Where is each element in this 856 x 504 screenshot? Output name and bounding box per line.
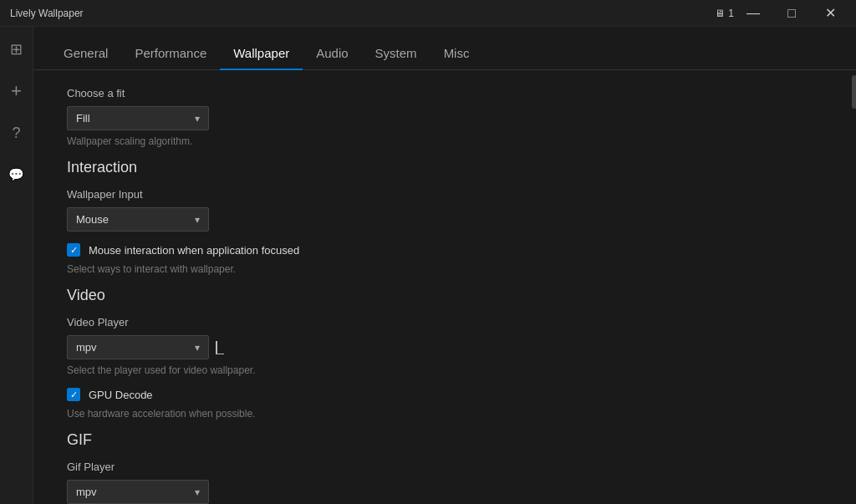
tab-misc[interactable]: Misc <box>431 38 483 70</box>
mouse-interaction-checkbox[interactable]: ✓ <box>67 243 80 257</box>
minimize-button[interactable]: — <box>734 0 772 27</box>
cursor-indicator <box>216 341 224 354</box>
scrollbar-thumb[interactable] <box>852 75 856 109</box>
video-player-dropdown[interactable]: mpv ▾ <box>67 335 209 359</box>
maximize-button[interactable]: □ <box>772 0 811 27</box>
gpu-hint: Use hardware acceleration when possible. <box>67 408 824 420</box>
mouse-interaction-row: ✓ Mouse interaction when application foc… <box>67 243 824 257</box>
monitor-count: 1 <box>728 8 734 19</box>
fit-dropdown[interactable]: Fill ▾ <box>67 106 209 130</box>
wallpaper-input-dropdown[interactable]: Mouse ▾ <box>67 207 209 232</box>
chevron-down-icon: ▾ <box>195 214 200 226</box>
wallpaper-input-value: Mouse <box>76 213 109 226</box>
gif-player-value: mpv <box>76 486 97 498</box>
tabbar: General Performance Wallpaper Audio Syst… <box>33 27 856 70</box>
monitor-badge: 🖥 1 <box>715 0 734 27</box>
tab-system[interactable]: System <box>362 38 431 70</box>
video-player-value: mpv <box>76 341 97 354</box>
settings-content: Choose a fit Fill ▾ Wallpaper scaling al… <box>33 70 849 504</box>
interaction-heading: Interaction <box>67 159 824 176</box>
monitor-icon: 🖥 <box>715 8 725 19</box>
gpu-decode-label: GPU Decode <box>89 389 153 401</box>
video-group: Video Video Player mpv ▾ Select the play… <box>67 287 824 420</box>
chevron-down-icon: ▾ <box>195 342 200 354</box>
chevron-down-icon: ▾ <box>195 113 200 125</box>
gpu-decode-checkbox[interactable]: ✓ <box>67 388 80 401</box>
gif-heading: GIF <box>67 431 824 449</box>
wallpaper-input-label: Wallpaper Input <box>67 188 824 201</box>
interaction-hint: Select ways to interact with wallpaper. <box>67 263 824 275</box>
tab-wallpaper[interactable]: Wallpaper <box>220 38 303 70</box>
home-icon[interactable]: ⊞ <box>4 37 29 62</box>
tab-general[interactable]: General <box>50 38 121 70</box>
scrollbar[interactable] <box>849 70 856 504</box>
interaction-group: Interaction Wallpaper Input Mouse ▾ ✓ Mo… <box>67 159 824 275</box>
checkmark-icon: ✓ <box>70 245 78 256</box>
fit-label: Choose a fit <box>67 87 824 99</box>
mouse-interaction-label: Mouse interaction when application focus… <box>89 244 299 257</box>
help-icon[interactable]: ? <box>4 120 29 145</box>
video-player-label: Video Player <box>67 316 824 328</box>
titlebar: Lively Wallpaper 🖥 1 — □ ✕ <box>0 0 856 27</box>
chat-icon[interactable]: 💬 <box>4 162 29 187</box>
gif-player-dropdown[interactable]: mpv ▾ <box>67 480 209 504</box>
close-button[interactable]: ✕ <box>811 0 849 27</box>
chevron-down-icon: ▾ <box>195 486 200 498</box>
tab-audio[interactable]: Audio <box>303 38 361 70</box>
fit-group: Choose a fit Fill ▾ Wallpaper scaling al… <box>67 87 824 147</box>
gif-player-label: Gif Player <box>67 461 824 473</box>
content-area: General Performance Wallpaper Audio Syst… <box>33 27 856 504</box>
gif-group: GIF Gif Player mpv ▾ Select the player u… <box>67 431 824 504</box>
fit-hint: Wallpaper scaling algorithm. <box>67 135 824 147</box>
app-body: ⊞ + ? 💬 General Performance Wallpaper Au… <box>0 27 856 504</box>
video-heading: Video <box>67 287 824 304</box>
video-hint: Select the player used for video wallpap… <box>67 364 824 376</box>
add-icon[interactable]: + <box>4 79 29 104</box>
gpu-decode-row: ✓ GPU Decode <box>67 388 824 401</box>
titlebar-controls: 🖥 1 — □ ✕ <box>715 0 849 27</box>
sidebar: ⊞ + ? 💬 <box>0 27 33 504</box>
tab-performance[interactable]: Performance <box>121 38 220 70</box>
checkmark-icon: ✓ <box>70 389 78 400</box>
app-title: Lively Wallpaper <box>10 8 84 19</box>
fit-dropdown-value: Fill <box>76 112 90 125</box>
